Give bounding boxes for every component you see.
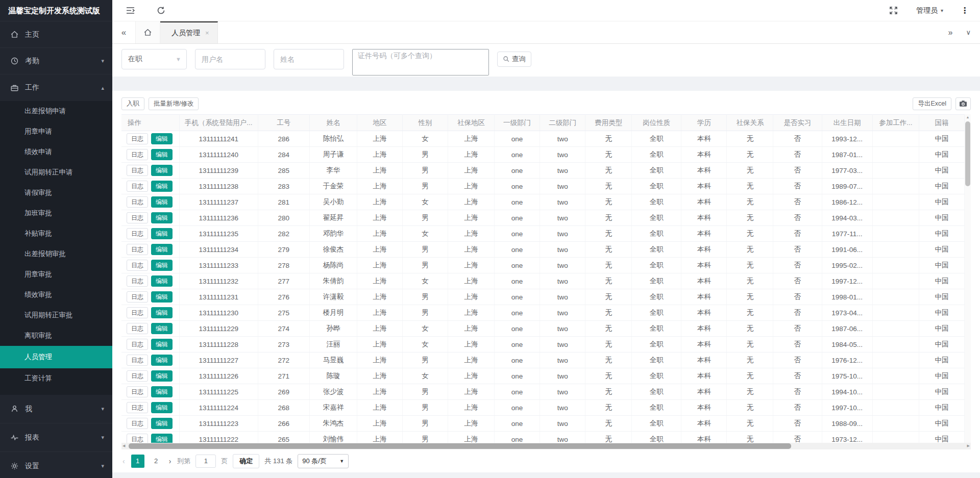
horizontal-scroll-thumb[interactable] bbox=[129, 443, 791, 449]
page-size-select[interactable]: 90 条/页 ▼ bbox=[298, 454, 349, 468]
log-button[interactable]: 日志 bbox=[127, 434, 148, 443]
sidebar-subitem[interactable]: 请假审批 bbox=[0, 183, 112, 203]
confirm-button[interactable]: 确定 bbox=[233, 454, 259, 468]
sidebar-item-settings[interactable]: 设置 ▾ bbox=[0, 452, 112, 478]
column-header: 国籍 bbox=[919, 115, 964, 131]
sidebar-subitem[interactable]: 离职审批 bbox=[0, 325, 112, 346]
edit-button[interactable]: 编辑 bbox=[151, 355, 173, 366]
edit-button[interactable]: 编辑 bbox=[151, 339, 173, 350]
next-page-button[interactable]: › bbox=[168, 457, 173, 465]
log-button[interactable]: 日志 bbox=[127, 323, 148, 334]
log-button[interactable]: 日志 bbox=[127, 339, 148, 350]
edit-button[interactable]: 编辑 bbox=[151, 149, 173, 160]
sidebar-item-reports[interactable]: 报表 ▾ bbox=[0, 423, 112, 452]
log-button[interactable]: 日志 bbox=[127, 386, 148, 397]
log-button[interactable]: 日志 bbox=[127, 275, 148, 287]
sidebar-subitem[interactable]: 试用期转正审批 bbox=[0, 305, 112, 325]
sidebar-subitem[interactable]: 绩效申请 bbox=[0, 142, 112, 162]
log-button[interactable]: 日志 bbox=[127, 370, 148, 382]
edit-button[interactable]: 编辑 bbox=[151, 291, 173, 303]
edit-button[interactable]: 编辑 bbox=[151, 196, 173, 208]
log-button[interactable]: 日志 bbox=[127, 291, 148, 303]
cell-nation: 中国 bbox=[919, 242, 964, 258]
sidebar-item-work[interactable]: 工作 ▴ bbox=[0, 74, 112, 101]
edit-button[interactable]: 编辑 bbox=[151, 307, 173, 318]
page-button-2[interactable]: 2 bbox=[150, 455, 163, 468]
cell-job-type: 全职 bbox=[632, 242, 681, 258]
edit-button[interactable]: 编辑 bbox=[151, 418, 173, 429]
sidebar-subitem[interactable]: 补贴审批 bbox=[0, 223, 112, 244]
log-button[interactable]: 日志 bbox=[127, 149, 148, 160]
edit-button[interactable]: 编辑 bbox=[151, 244, 173, 255]
edit-button[interactable]: 编辑 bbox=[151, 402, 173, 413]
tab-active[interactable]: 人员管理 × bbox=[160, 21, 218, 43]
menu-fold-icon[interactable] bbox=[126, 6, 136, 16]
sidebar-item-attendance[interactable]: 考勤 ▾ bbox=[0, 48, 112, 74]
log-button[interactable]: 日志 bbox=[127, 418, 148, 429]
sidebar-subitem[interactable]: 出差报销审批 bbox=[0, 244, 112, 264]
user-menu[interactable]: 管理员 ▾ bbox=[916, 6, 943, 15]
goto-page-input[interactable] bbox=[195, 455, 216, 468]
kebab-menu-icon[interactable]: ⋮ bbox=[961, 6, 969, 15]
scroll-right-arrow-icon[interactable]: ▶ bbox=[967, 444, 970, 448]
username-input[interactable] bbox=[195, 49, 265, 69]
log-button[interactable]: 日志 bbox=[127, 228, 148, 239]
edit-button[interactable]: 编辑 bbox=[151, 228, 173, 239]
close-icon[interactable]: × bbox=[205, 29, 209, 37]
sidebar-subitem[interactable]: 用章申请 bbox=[0, 121, 112, 142]
name-input[interactable] bbox=[274, 49, 344, 69]
fullscreen-icon[interactable] bbox=[889, 6, 899, 16]
export-excel-button[interactable]: 导出Excel bbox=[913, 97, 951, 110]
sidebar-item-me[interactable]: 我 ▾ bbox=[0, 395, 112, 423]
chevron-down-icon[interactable]: ∨ bbox=[966, 29, 971, 36]
idcard-textarea[interactable] bbox=[352, 49, 489, 76]
edit-button[interactable]: 编辑 bbox=[151, 133, 173, 144]
edit-button[interactable]: 编辑 bbox=[151, 212, 173, 223]
page-button-1[interactable]: 1 bbox=[131, 455, 144, 468]
edit-button[interactable]: 编辑 bbox=[151, 260, 173, 271]
cell-intern: 否 bbox=[773, 147, 822, 163]
log-button[interactable]: 日志 bbox=[127, 181, 148, 192]
edit-button[interactable]: 编辑 bbox=[151, 275, 173, 287]
log-button[interactable]: 日志 bbox=[127, 355, 148, 366]
refresh-icon[interactable] bbox=[156, 6, 166, 16]
sidebar-item-home[interactable]: 主页 bbox=[0, 21, 112, 48]
query-button[interactable]: 查询 bbox=[497, 52, 531, 67]
sidebar-subitem[interactable]: 工资计算 bbox=[0, 368, 112, 389]
double-chevron-right-icon[interactable]: » bbox=[948, 28, 953, 37]
sidebar-subitem[interactable]: 加班审批 bbox=[0, 203, 112, 223]
log-button[interactable]: 日志 bbox=[127, 133, 148, 144]
edit-button[interactable]: 编辑 bbox=[151, 434, 173, 443]
log-button[interactable]: 日志 bbox=[127, 244, 148, 255]
edit-button[interactable]: 编辑 bbox=[151, 370, 173, 382]
log-button[interactable]: 日志 bbox=[127, 212, 148, 223]
log-button[interactable]: 日志 bbox=[127, 260, 148, 271]
sidebar-subitem[interactable]: 试用期转正申请 bbox=[0, 162, 112, 183]
vertical-scrollbar[interactable]: ▲ bbox=[965, 114, 971, 443]
sidebar-subitem[interactable]: 绩效审批 bbox=[0, 285, 112, 305]
hire-button[interactable]: 入职 bbox=[121, 97, 144, 110]
log-button[interactable]: 日志 bbox=[127, 307, 148, 318]
edit-button[interactable]: 编辑 bbox=[151, 165, 173, 176]
scroll-up-arrow-icon[interactable]: ▲ bbox=[965, 115, 971, 119]
prev-page-button[interactable]: ‹ bbox=[121, 457, 126, 465]
log-button[interactable]: 日志 bbox=[127, 165, 148, 176]
edit-button[interactable]: 编辑 bbox=[151, 181, 173, 192]
vertical-scroll-thumb[interactable] bbox=[965, 121, 970, 186]
horizontal-scrollbar[interactable]: ◀ ▶ bbox=[121, 443, 971, 449]
cell-region: 上海 bbox=[357, 416, 402, 432]
edit-button[interactable]: 编辑 bbox=[151, 323, 173, 334]
sidebar-subitem[interactable]: 用章审批 bbox=[0, 264, 112, 285]
scroll-left-arrow-icon[interactable]: ◀ bbox=[122, 444, 125, 448]
double-chevron-left-icon[interactable]: « bbox=[112, 21, 136, 43]
log-button[interactable]: 日志 bbox=[127, 402, 148, 413]
sidebar-subitem[interactable]: 人员管理 bbox=[0, 346, 112, 368]
cell-name: 邓韵华 bbox=[309, 226, 357, 242]
sidebar-subitem[interactable]: 出差报销申请 bbox=[0, 101, 112, 121]
status-select[interactable]: 在职 ▼ bbox=[121, 49, 187, 69]
camera-button[interactable] bbox=[955, 97, 971, 110]
log-button[interactable]: 日志 bbox=[127, 196, 148, 208]
home-tab[interactable] bbox=[136, 21, 160, 43]
batch-edit-button[interactable]: 批量新增/修改 bbox=[149, 97, 199, 110]
edit-button[interactable]: 编辑 bbox=[151, 386, 173, 397]
